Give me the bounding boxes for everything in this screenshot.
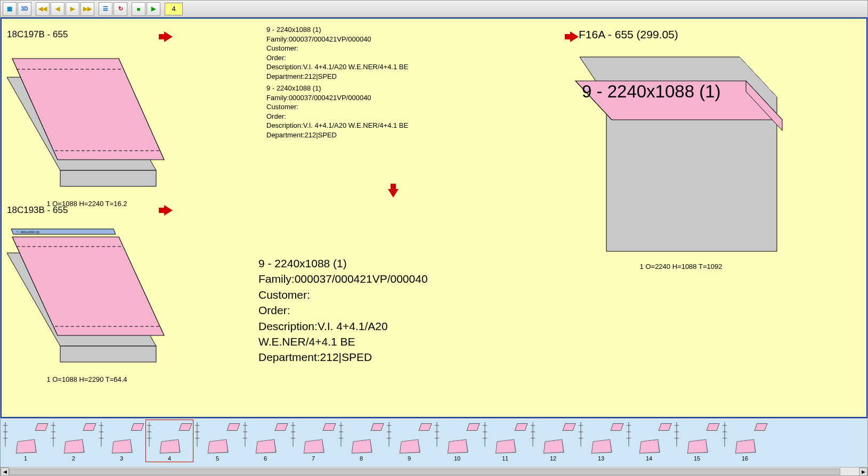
scroll-thumb[interactable] xyxy=(9,469,840,475)
thumbnail-15[interactable]: 15 xyxy=(673,420,721,462)
svg-marker-10 xyxy=(12,237,164,335)
arrow-bl-icon xyxy=(164,205,173,216)
horizontal-scrollbar[interactable]: ◀ ▶ xyxy=(1,467,867,475)
info-block-large: 9 - 2240x1088 (1) Family:000037/000421VP… xyxy=(258,256,428,365)
panel-right-piece-label: 9 - 2240x1088 (1) xyxy=(582,81,721,102)
thumb-tick-icon xyxy=(291,422,295,444)
thumb-main-shape xyxy=(64,439,85,454)
thumb-back-shape xyxy=(562,423,575,431)
thumbnail-5[interactable]: 5 xyxy=(193,420,241,462)
svg-marker-1 xyxy=(60,170,156,186)
thumb-number: 10 xyxy=(454,455,460,462)
thumbnail-16[interactable]: 16 xyxy=(721,420,769,462)
thumbnail-7[interactable]: 7 xyxy=(289,420,337,462)
thumb-tick-icon xyxy=(627,422,631,444)
thumb-main-shape xyxy=(16,439,37,454)
scroll-right-button[interactable]: ▶ xyxy=(859,467,867,476)
thumb-back-shape xyxy=(754,423,767,431)
thumb-tick-icon xyxy=(531,422,535,444)
panel-right-dims: 1 O=2240 H=1088 T=1092 xyxy=(574,262,788,270)
thumb-tick-icon xyxy=(339,422,343,444)
last-button[interactable]: ▶▶ xyxy=(80,2,94,16)
thumb-back-shape xyxy=(322,423,336,431)
thumbnail-12[interactable]: 12 xyxy=(529,420,577,462)
thumb-number: 3 xyxy=(120,455,123,462)
thumb-main-shape xyxy=(448,439,468,454)
prev-button[interactable]: ◀ xyxy=(51,2,64,16)
thumb-tick-icon xyxy=(3,422,7,444)
info1-line2: Family:000037/000421VP/000040 xyxy=(266,35,408,44)
thumb-back-shape xyxy=(35,423,48,431)
infoL-line7: Department:212|SPED xyxy=(258,349,428,365)
step-input[interactable] xyxy=(165,3,183,15)
panel-bl-title: 18C193B - 655 xyxy=(7,205,167,216)
info1-line5: Description:V.I. 4+4.1/A20 W.E.NER/4+4.1… xyxy=(266,62,408,72)
thumbnail-9[interactable]: 9 xyxy=(385,420,433,462)
loop-button[interactable]: ↻ xyxy=(113,2,127,16)
panel-right: F16A - 655 (299.05) 9 - 2240x1088 (1) 1 … xyxy=(574,28,788,270)
thumb-number: 11 xyxy=(502,455,508,462)
thumbnail-strip[interactable]: 12345678910111213141516 xyxy=(1,418,867,467)
thumb-number: 14 xyxy=(646,455,652,462)
thumb-tick-icon xyxy=(51,422,55,444)
arrow-center-down-icon xyxy=(388,189,399,198)
thumbnail-10[interactable]: 10 xyxy=(433,420,481,462)
thumb-tick-icon xyxy=(435,422,439,444)
thumb-main-shape xyxy=(687,439,708,454)
info1-line4: Order: xyxy=(266,53,408,63)
panel-bottom-left: 18C193B - 655 * - 905x2290 (0) 1 O=1088 … xyxy=(7,205,167,383)
thumbnail-4[interactable]: 4 xyxy=(145,420,193,462)
thumbnail-3[interactable]: 3 xyxy=(98,420,145,462)
thumb-number: 16 xyxy=(742,455,748,462)
grid-button[interactable]: ▦ xyxy=(3,2,17,16)
infoL-line6: W.E.NER/4+4.1 BE xyxy=(258,334,428,349)
thumb-number: 13 xyxy=(598,455,604,462)
thumb-main-shape xyxy=(543,439,564,454)
thumb-tick-icon xyxy=(675,422,679,444)
thumbnail-8[interactable]: 8 xyxy=(337,420,385,462)
info-block-2: 9 - 2240x1088 (1) Family:000037/000421VP… xyxy=(266,84,408,139)
info2-line3: Customer: xyxy=(266,102,408,112)
thumb-tick-icon xyxy=(579,422,583,444)
thumb-back-shape xyxy=(226,423,240,431)
next-button[interactable]: ▶ xyxy=(66,2,79,16)
info2-line1: 9 - 2240x1088 (1) xyxy=(266,84,408,93)
toolbar: ▦ 3D ◀◀ ◀ ▶ ▶▶ ☰ ↻ ■ ▶ xyxy=(1,1,867,18)
infoL-line5: Description:V.I. 4+4.1/A20 xyxy=(258,318,428,334)
thumb-main-shape xyxy=(256,439,277,454)
thumbnail-1[interactable]: 1 xyxy=(2,420,50,462)
thumbnail-6[interactable]: 6 xyxy=(241,420,289,462)
thumb-main-shape xyxy=(160,439,181,454)
thumb-back-shape xyxy=(131,423,144,431)
thumb-main-shape xyxy=(735,439,756,454)
thumb-main-shape xyxy=(496,439,516,454)
thumbnail-2[interactable]: 2 xyxy=(50,420,98,462)
list-button[interactable]: ☰ xyxy=(99,2,112,16)
thumbnail-13[interactable]: 13 xyxy=(577,420,625,462)
thumb-main-shape xyxy=(304,439,325,454)
thumb-tick-icon xyxy=(387,422,391,444)
thumb-back-shape xyxy=(706,423,719,431)
thumb-number: 7 xyxy=(312,455,315,462)
thumb-tick-icon xyxy=(147,422,151,444)
thumb-back-shape xyxy=(83,423,96,431)
thumbnail-14[interactable]: 14 xyxy=(625,420,673,462)
thumb-tick-icon xyxy=(243,422,247,444)
thumb-number: 15 xyxy=(694,455,700,462)
3d-button[interactable]: 3D xyxy=(18,2,31,16)
thumbnail-11[interactable]: 11 xyxy=(481,420,529,462)
scroll-left-button[interactable]: ◀ xyxy=(1,467,9,476)
thumb-back-shape xyxy=(658,423,671,431)
info1-line6: Department:212|SPED xyxy=(266,72,408,81)
thumb-number: 1 xyxy=(24,455,27,462)
info1-line3: Customer: xyxy=(266,44,408,53)
play-button[interactable]: ▶ xyxy=(147,2,160,16)
svg-text:* - 905x2290    (0): * - 905x2290 (0) xyxy=(17,231,39,234)
first-button[interactable]: ◀◀ xyxy=(36,2,50,16)
thumb-number: 2 xyxy=(72,455,75,462)
stop-button[interactable]: ■ xyxy=(132,2,145,16)
thumb-number: 12 xyxy=(550,455,556,462)
thumb-number: 5 xyxy=(216,455,219,462)
panel-top-left: 18C197B - 655 1 O=1088 H=2240 T=16.2 xyxy=(7,29,167,208)
thumb-back-shape xyxy=(466,423,480,431)
